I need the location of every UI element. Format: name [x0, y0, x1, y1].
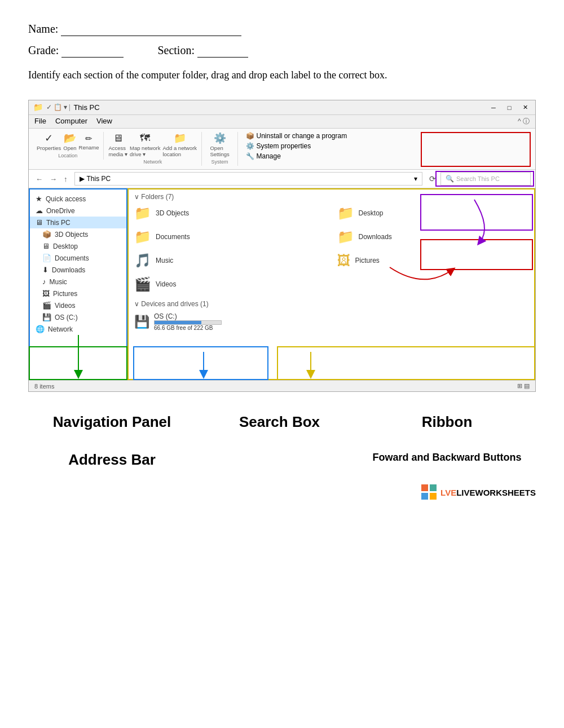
address-bar: ← → ↑ ▶ This PC ▾ ⟳ 🔍 Search This PC	[29, 170, 535, 188]
explorer-window: 📁 ✓ 📋 ▾ | This PC ─ □ ✕ File Computer Vi…	[28, 100, 536, 392]
grade-underline	[61, 44, 124, 58]
title-bar-left: 📁 ✓ 📋 ▾ | This PC	[33, 103, 100, 112]
file-area-drop-box[interactable]	[277, 346, 535, 380]
menu-file[interactable]: File	[34, 117, 46, 126]
section-underline	[197, 44, 248, 58]
ribbon-drop-box[interactable]	[421, 132, 531, 167]
search-box-outline	[435, 171, 534, 187]
address-this-pc: This PC	[87, 175, 111, 183]
ribbon-group-network: 🖥 Accessmedia ▾ 🗺 Map networkdrive ▾ 📁 A…	[106, 132, 202, 166]
name-underline	[61, 23, 241, 36]
logo-block-1	[421, 484, 428, 491]
minimize-button[interactable]: ─	[488, 103, 499, 112]
ribbon-group-icons-network: 🖥 Accessmedia ▾ 🗺 Map networkdrive ▾ 📁 A…	[108, 133, 197, 157]
ribbon-item-open-settings[interactable]: ⚙️ OpenSettings	[210, 133, 229, 157]
ribbon-section-label-system: System	[211, 159, 228, 165]
ribbon-label-wrapper: Ribbon	[363, 409, 531, 435]
back-button[interactable]: ←	[33, 174, 45, 184]
ribbon-system-props-text: ⚙️ System properties	[246, 142, 347, 150]
ribbon-section-label-network: Network	[143, 159, 162, 165]
ribbon-group-icons-location: ✓ Properties 📂 Open ✏ Rename	[37, 133, 99, 151]
nav-panel-drop-box[interactable]	[29, 346, 127, 380]
ribbon-area: ✓ Properties 📂 Open ✏ Rename Location	[29, 129, 535, 170]
logo-blocks	[421, 484, 437, 500]
ribbon-group-system: ⚙️ OpenSettings System	[204, 132, 238, 166]
menu-bar: File Computer View ^ ⓘ	[29, 115, 535, 129]
main-area-wrapper: ★ Quick access ☁ OneDrive 🖥 This PC 📦 3D…	[29, 188, 535, 380]
section-field: Section:	[157, 44, 248, 58]
open-settings-icon: ⚙️	[214, 133, 226, 143]
open-icon: 📂	[64, 133, 76, 143]
up-button[interactable]: ↑	[61, 174, 70, 184]
logo-block-4	[430, 493, 437, 500]
address-bar-label-wrapper: Address Bar	[28, 447, 196, 473]
ribbon-manage-text: 🔧 Manage	[246, 152, 347, 160]
access-media-icon: 🖥	[113, 133, 123, 143]
name-label: Name:	[28, 23, 58, 35]
ribbon-section-label-location: Location	[58, 153, 77, 158]
fwd-back-label-wrapper: Foward and Backward Buttons	[363, 447, 531, 469]
ribbon-right-items: 📦 Uninstall or change a program ⚙️ Syste…	[246, 132, 347, 160]
address-arrow: ▶	[80, 175, 85, 183]
ribbon-item-map-drive[interactable]: 🗺 Map networkdrive ▾	[130, 133, 160, 157]
logo-block-2	[430, 484, 437, 491]
forward-button[interactable]: →	[47, 174, 59, 184]
grade-section-line: Grade: Section:	[28, 44, 536, 58]
nav-panel-label-wrapper: Navigation Panel	[28, 409, 196, 435]
status-items-count: 8 items	[34, 383, 54, 390]
rename-icon: ✏	[85, 134, 92, 143]
ribbon-item-properties[interactable]: ✓ Properties	[37, 133, 61, 151]
address-path[interactable]: ▶ This PC ▾	[74, 172, 423, 186]
ribbon-item-open[interactable]: 📂 Open	[63, 133, 76, 151]
fwd-back-drag-label[interactable]: Foward and Backward Buttons	[363, 447, 531, 469]
status-bar: 8 items ⊞ ▤	[29, 380, 535, 391]
instructions-text: Identify each section of the computer fo…	[28, 68, 536, 83]
name-line: Name:	[28, 23, 536, 36]
title-bar-controls-left: ✓ 📋 ▾ |	[46, 103, 70, 112]
ribbon-or-fwdbk-drop-box[interactable]	[420, 239, 533, 270]
address-bar-drop-box[interactable]	[133, 346, 268, 380]
ribbon-group-icons-system: ⚙️ OpenSettings	[210, 133, 229, 157]
search-box-drop-box[interactable]	[420, 194, 533, 231]
labels-section: Navigation Panel Search Box Ribbon Addre…	[28, 409, 536, 473]
grade-field: Grade:	[28, 44, 124, 58]
nav-buttons: ← → ↑	[33, 174, 70, 184]
ribbon-uninstall-text: 📦 Uninstall or change a program	[246, 132, 347, 140]
logo-block-3	[421, 493, 428, 500]
lw-prefix: LVE	[440, 488, 456, 497]
header-section: Name: Grade: Section:	[28, 23, 536, 58]
page-wrapper: Name: Grade: Section: Identify each sect…	[28, 23, 536, 506]
liveworksheets-text: LVELIVEWORKSHEETS	[440, 488, 536, 497]
ribbon-item-rename[interactable]: ✏ Rename	[79, 134, 99, 151]
ribbon-drag-label[interactable]: Ribbon	[363, 409, 531, 435]
nav-panel-drag-label[interactable]: Navigation Panel	[28, 409, 196, 435]
address-bar-drag-label[interactable]: Address Bar	[28, 447, 196, 473]
title-bar-controls: ─ □ ✕	[488, 103, 531, 112]
address-dropdown-icon[interactable]: ▾	[414, 175, 417, 183]
maximize-button[interactable]: □	[504, 103, 515, 112]
folder-icon: 📁	[33, 103, 43, 112]
title-bar: 📁 ✓ 📋 ▾ | This PC ─ □ ✕	[29, 100, 535, 115]
ribbon-item-add-location[interactable]: 📁 Add a networklocation	[162, 133, 197, 157]
liveworksheets-logo: LVELIVEWORKSHEETS	[421, 484, 536, 500]
ribbon-group-location: ✓ Properties 📂 Open ✏ Rename Location	[34, 132, 104, 160]
map-drive-icon: 🗺	[140, 133, 150, 143]
search-box-drag-label[interactable]: Search Box	[196, 409, 363, 435]
menu-computer[interactable]: Computer	[55, 117, 87, 126]
close-button[interactable]: ✕	[519, 103, 531, 112]
search-box-label-wrapper: Search Box	[196, 409, 363, 435]
status-view-icons: ⊞ ▤	[517, 382, 530, 390]
menu-help-icon: ^ ⓘ	[518, 117, 530, 126]
ribbon-item-access-media[interactable]: 🖥 Accessmedia ▾	[108, 133, 127, 157]
menu-view[interactable]: View	[96, 117, 112, 126]
add-location-icon: 📁	[174, 133, 186, 143]
footer: LVELIVEWORKSHEETS	[28, 484, 536, 506]
properties-icon: ✓	[45, 133, 53, 143]
title-bar-title: This PC	[73, 103, 99, 112]
